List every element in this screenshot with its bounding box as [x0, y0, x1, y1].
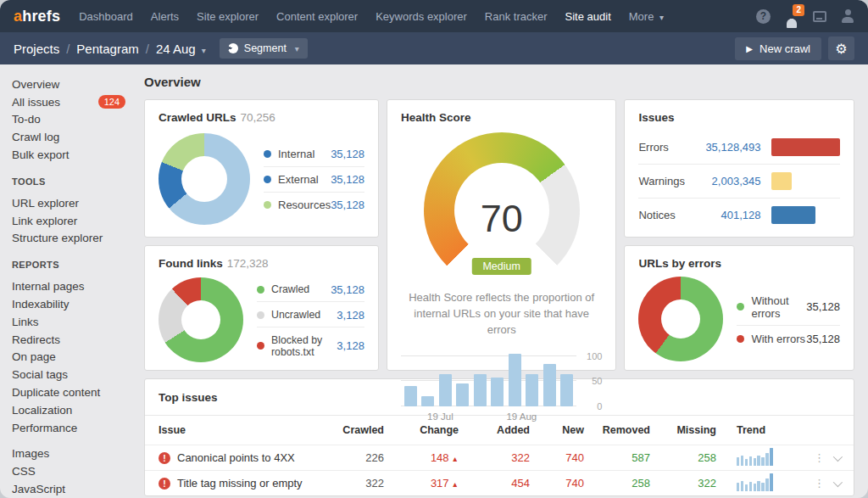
row-menu-icon[interactable]: ⋮: [814, 477, 825, 490]
sidebar-item-bulk-export[interactable]: Bulk export: [12, 146, 134, 164]
sidebar-item-internal-pages[interactable]: Internal pages: [12, 277, 134, 295]
row-menu-icon[interactable]: ⋮: [814, 451, 825, 464]
change-cell[interactable]: 148▲: [384, 451, 459, 464]
sidebar-item-link-explorer[interactable]: Link explorer: [12, 212, 134, 230]
sidebar-item-links[interactable]: Links: [12, 313, 134, 331]
legend-item-without-errors: Without errors 35,128: [737, 288, 840, 326]
overview-grid: Crawled URLs70,256 Internal 35,128 E: [144, 99, 854, 371]
ahrefs-logo[interactable]: ahrefs: [14, 8, 60, 25]
table-row-canonical-4xx: !Canonical points to 4XX 226 148▲ 322 74…: [145, 445, 854, 470]
col-header-added[interactable]: Added: [459, 424, 530, 436]
top-nav: ahrefs Dashboard Alerts Site explorer Co…: [0, 0, 868, 32]
found-links-total: 172,328: [227, 257, 269, 270]
issues-row-warnings: Warnings 2,003,345: [638, 165, 840, 199]
notices-value-link[interactable]: 401,128: [693, 209, 760, 221]
sidebar-item-indexability[interactable]: Indexability: [12, 295, 134, 313]
health-history-bars: [401, 352, 577, 406]
urls-by-errors-legend: Without errors 35,128 With errors 35,128: [737, 288, 840, 350]
sidebar-item-css[interactable]: CSS: [12, 462, 134, 480]
y-axis-labels: 100 50 0: [576, 352, 602, 406]
page-title: Overview: [144, 75, 854, 89]
nav-item-keywords-explorer[interactable]: Keywords explorer: [376, 10, 467, 23]
warnings-value-link[interactable]: 2,003,345: [693, 175, 760, 187]
nav-item-rank-tracker[interactable]: Rank tracker: [485, 10, 548, 23]
sidebar-item-images[interactable]: Images: [12, 445, 134, 463]
crawled-cell: 322: [323, 477, 384, 490]
sidebar-item-performance[interactable]: Performance: [12, 419, 134, 437]
sidebar-item-structure-explorer[interactable]: Structure explorer: [12, 230, 134, 248]
sidebar-item-url-explorer[interactable]: URL explorer: [12, 194, 134, 212]
settings-gear-button[interactable]: ⚙: [828, 36, 854, 60]
issue-name-link[interactable]: Canonical points to 4XX: [177, 451, 295, 464]
notifications-bell-icon[interactable]: 2: [785, 9, 798, 23]
row-expand-chevron-icon[interactable]: [833, 451, 843, 461]
health-score-badge: Medium: [471, 258, 531, 275]
col-header-removed[interactable]: Removed: [584, 424, 650, 436]
missing-cell[interactable]: 322: [650, 477, 716, 490]
health-score-gauge: 70 Medium: [424, 132, 580, 288]
urls-by-errors-donut-chart: [638, 277, 723, 361]
nav-item-more[interactable]: More ▾: [629, 10, 664, 23]
col-header-issue[interactable]: Issue: [159, 424, 323, 436]
row-expand-chevron-icon[interactable]: [833, 477, 843, 486]
blocked-value-link[interactable]: 3,128: [337, 339, 364, 352]
missing-cell[interactable]: 258: [650, 451, 716, 464]
nav-item-site-audit[interactable]: Site audit: [565, 10, 611, 23]
errors-value-link[interactable]: 35,128,493: [693, 141, 760, 154]
uncrawled-value-link[interactable]: 3,128: [337, 309, 364, 322]
help-icon[interactable]: ?: [756, 9, 771, 24]
sidebar-item-social-tags[interactable]: Social tags: [12, 366, 134, 383]
crawled-urls-total: 70,256: [241, 111, 275, 124]
sidebar-item-all-issues[interactable]: All issues124: [12, 93, 134, 111]
found-links-title: Found links172,328: [159, 257, 364, 270]
col-header-crawled[interactable]: Crawled: [323, 424, 384, 436]
legend-item-external: External 35,128: [264, 167, 364, 193]
breadcrumb-projects[interactable]: Projects: [14, 42, 59, 56]
chevron-down-icon: ▾: [202, 46, 206, 55]
user-account-icon[interactable]: [841, 9, 854, 23]
sidebar-item-crawl-log[interactable]: Crawl log: [12, 128, 134, 146]
sidebar-item-redirects[interactable]: Redirects: [12, 331, 134, 349]
trend-sparkline: [737, 473, 774, 491]
sidebar-item-on-page[interactable]: On page: [12, 349, 134, 367]
change-cell[interactable]: 317▲: [384, 477, 459, 490]
internal-value-link[interactable]: 35,128: [331, 148, 364, 160]
change-up-icon: ▲: [452, 455, 459, 463]
breadcrumb-separator: /: [146, 42, 149, 56]
crawl-date-selector[interactable]: 24 Aug ▾: [156, 42, 206, 56]
new-crawl-button[interactable]: ▶ New crawl: [735, 37, 821, 60]
col-header-change[interactable]: Change: [384, 424, 459, 436]
sidebar-item-localization[interactable]: Localization: [12, 401, 134, 419]
segment-button[interactable]: Segment ▾: [220, 38, 308, 59]
legend-item-uncrawled: Uncrawled 3,128: [257, 302, 364, 327]
sidebar-item-todo[interactable]: To-do: [12, 111, 134, 129]
issue-name-link[interactable]: Title tag missing or empty: [177, 477, 303, 490]
issues-card: Issues Errors 35,128,493 Warnings 2,003,…: [624, 99, 854, 238]
sidebar-item-duplicate-content[interactable]: Duplicate content: [12, 383, 134, 401]
external-value-link[interactable]: 35,128: [331, 173, 364, 186]
chevron-down-icon: ▾: [295, 44, 299, 53]
added-cell[interactable]: 454: [459, 477, 530, 490]
removed-cell[interactable]: 587: [584, 451, 650, 464]
nav-item-content-explorer[interactable]: Content explorer: [276, 10, 358, 23]
crawled-urls-title: Crawled URLs70,256: [159, 111, 364, 124]
sidebar-section-tools: TOOLS: [12, 174, 134, 189]
sidebar-item-overview[interactable]: Overview: [12, 76, 134, 93]
resources-value-link[interactable]: 35,128: [331, 199, 364, 211]
top-nav-menu: Dashboard Alerts Site explorer Content e…: [79, 10, 664, 23]
nav-item-alerts[interactable]: Alerts: [151, 10, 179, 23]
chat-icon[interactable]: [813, 11, 826, 22]
removed-cell[interactable]: 258: [584, 477, 650, 490]
nav-item-site-explorer[interactable]: Site explorer: [197, 10, 259, 23]
nav-item-dashboard[interactable]: Dashboard: [79, 10, 133, 23]
with-errors-dot-icon: [737, 335, 744, 343]
col-header-new[interactable]: New: [530, 424, 584, 436]
sidebar-item-javascript[interactable]: JavaScript: [12, 480, 134, 498]
legend-item-internal: Internal 35,128: [264, 142, 364, 167]
crawled-value-link[interactable]: 35,128: [331, 283, 364, 296]
added-cell[interactable]: 322: [459, 451, 530, 464]
col-header-missing[interactable]: Missing: [650, 424, 716, 436]
new-cell[interactable]: 740: [530, 477, 584, 490]
new-cell[interactable]: 740: [530, 451, 584, 464]
breadcrumb-project-name[interactable]: Pentagram: [76, 42, 138, 56]
